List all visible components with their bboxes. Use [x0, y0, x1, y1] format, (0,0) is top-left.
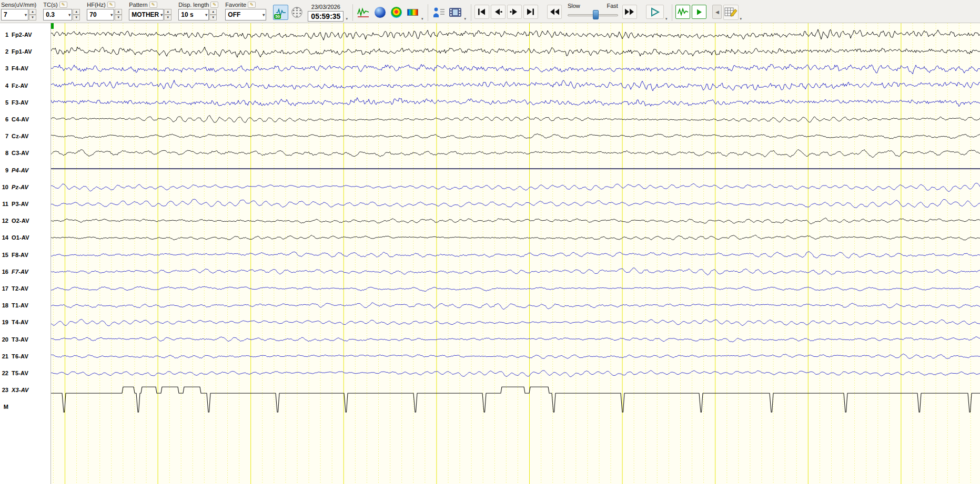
disp-spin-down[interactable]: ▼	[209, 15, 217, 20]
tc-edit-pencil-icon[interactable]: ✎	[59, 2, 67, 8]
channel-row-T4-AV[interactable]: 19T4-AV	[0, 318, 51, 326]
disp-spin-up[interactable]: ▲	[209, 9, 217, 15]
channel-label: T6-AV	[12, 353, 28, 359]
notch-filter-button[interactable]: 50	[273, 5, 288, 20]
date-text: 23/03/2026	[311, 4, 340, 11]
topography-map-button[interactable]	[389, 5, 404, 20]
channel-label: Fp1-AV	[12, 48, 32, 55]
eeg-traces-canvas[interactable]	[51, 23, 980, 484]
channel-row-M[interactable]: M	[0, 403, 51, 411]
chevron-down-icon: ▾	[110, 13, 113, 17]
channel-row-Cz-AV[interactable]: 7Cz-AV	[0, 132, 51, 140]
auto-trace-button[interactable]	[675, 5, 690, 19]
trace-view-button[interactable]	[356, 5, 371, 20]
pattern-label: Pattern	[129, 2, 147, 8]
chevron-down-icon: ▾	[160, 13, 163, 17]
channel-row-C3-AV[interactable]: 8C3-AV	[0, 149, 51, 157]
channel-row-Fp2-AV[interactable]: 1Fp2-AV	[0, 30, 51, 39]
electrode-map-button[interactable]	[289, 5, 305, 20]
play-button[interactable]	[646, 5, 664, 19]
eeg-trace-P3-AV	[51, 199, 980, 208]
eeg-trace-T6-AV	[51, 354, 980, 358]
channel-number: 12	[0, 218, 8, 224]
channel-row-T3-AV[interactable]: 20T3-AV	[0, 335, 51, 344]
channel-row-O1-AV[interactable]: 14O1-AV	[0, 233, 51, 242]
map-overflow-arrow-icon[interactable]: ▾	[421, 17, 423, 21]
channel-row-Fp1-AV[interactable]: 2Fp1-AV	[0, 47, 51, 56]
fast-forward-button[interactable]	[622, 5, 637, 19]
datetime-overflow-arrow-icon[interactable]: ▾	[346, 17, 348, 21]
tc-spin-up[interactable]: ▲	[73, 9, 80, 15]
eeg-trace-O1-AV	[51, 235, 980, 240]
skip-to-start-button[interactable]	[474, 5, 489, 19]
channel-number: 16	[0, 269, 8, 275]
tc-spin-down[interactable]: ▼	[73, 15, 80, 20]
channel-row-T6-AV[interactable]: 21T6-AV	[0, 352, 51, 361]
channel-number: 14	[0, 234, 8, 241]
channel-number: 1	[0, 32, 8, 38]
favorite-select[interactable]: OFF▾	[225, 9, 266, 20]
toolbar-separator	[428, 4, 428, 21]
channel-row-O2-AV[interactable]: 12O2-AV	[0, 217, 51, 225]
speed-slider[interactable]	[568, 9, 618, 20]
toolbar-group-sens: Sens(uV/mm)7▾▲▼	[1, 1, 36, 20]
pattern-spin-up[interactable]: ▲	[164, 9, 171, 15]
channel-row-Fz-AV[interactable]: 4Fz-AV	[0, 81, 51, 90]
channel-number: 6	[0, 116, 8, 122]
eeg-trace-O2-AV	[51, 218, 980, 224]
skip-to-end-button[interactable]	[523, 5, 538, 19]
channel-number: 4	[0, 83, 8, 89]
fast-rewind-button[interactable]	[547, 5, 562, 19]
speed-slider-handle[interactable]	[593, 10, 599, 19]
collapse-panel-button[interactable]: ◀	[712, 5, 722, 19]
disp-edit-pencil-icon[interactable]: ✎	[210, 2, 218, 8]
channel-row-F8-AV[interactable]: 15F8-AV	[0, 251, 51, 259]
channel-row-P4-AV[interactable]: 9P4-AV	[0, 166, 51, 174]
channel-row-T5-AV[interactable]: 22T5-AV	[0, 369, 51, 377]
green-wave-icon	[678, 7, 689, 17]
channel-label: O2-AV	[12, 218, 29, 224]
channel-row-P3-AV[interactable]: 11P3-AV	[0, 200, 51, 208]
montage-overflow-arrow-icon[interactable]: ▾	[740, 17, 742, 21]
pattern-select[interactable]: MOTHER▾	[129, 9, 164, 20]
colormap-button[interactable]	[405, 5, 420, 20]
eeg-trace-Fz-AV	[51, 80, 980, 91]
datetime-display: 23/03/2026 05:59:35	[308, 4, 343, 22]
sens-spin-down[interactable]: ▼	[29, 15, 36, 20]
step-forward-button[interactable]	[507, 5, 522, 19]
favorite-edit-pencil-icon[interactable]: ✎	[248, 2, 256, 8]
channel-row-F7-AV[interactable]: 16F7-AV	[0, 267, 51, 276]
hf-spin-down[interactable]: ▼	[115, 15, 122, 20]
video-overflow-arrow-icon[interactable]: ▾	[464, 17, 466, 21]
play-overflow-arrow-icon[interactable]: ▾	[665, 17, 668, 21]
pattern-edit-pencil-icon[interactable]: ✎	[149, 2, 157, 8]
channel-number: 7	[0, 133, 8, 139]
video-button[interactable]	[448, 5, 463, 20]
auto-play-button[interactable]	[692, 5, 706, 19]
channel-row-T2-AV[interactable]: 17T2-AV	[0, 284, 51, 293]
eeg-trace-T2-AV	[51, 286, 980, 292]
channel-row-T1-AV[interactable]: 18T1-AV	[0, 301, 51, 310]
disp-select[interactable]: 10 s▾	[178, 9, 209, 20]
eeg-trace-area[interactable]	[51, 23, 980, 484]
channel-number: 18	[0, 302, 8, 308]
channel-row-F4-AV[interactable]: 3F4-AV	[0, 64, 51, 73]
hf-edit-pencil-icon[interactable]: ✎	[107, 2, 115, 8]
sens-spin-up[interactable]: ▲	[29, 9, 36, 15]
head-map-button[interactable]	[372, 5, 388, 20]
montage-edit-button[interactable]	[723, 5, 739, 20]
eeg-trace-Fp1-AV	[51, 47, 980, 57]
colormap-icon	[407, 9, 418, 16]
hf-spin-up[interactable]: ▲	[115, 9, 122, 15]
step-back-button[interactable]	[491, 5, 506, 19]
hf-select[interactable]: 70▾	[87, 9, 114, 20]
channel-row-F3-AV[interactable]: 5F3-AV	[0, 98, 51, 107]
patient-info-button[interactable]	[431, 5, 447, 20]
channel-row-Pz-AV[interactable]: 10Pz-AV	[0, 183, 51, 191]
channel-row-X3-AV[interactable]: 23X3-AV	[0, 386, 51, 394]
sens-select[interactable]: 7▾	[1, 9, 28, 20]
pattern-spin-down[interactable]: ▼	[164, 15, 171, 20]
display-settings-groups: Sens(uV/mm)7▾▲▼TC(s)✎0.3▾▲▼HF(Hz)✎70▾▲▼P…	[1, 1, 273, 20]
tc-select[interactable]: 0.3▾	[43, 9, 72, 20]
channel-row-C4-AV[interactable]: 6C4-AV	[0, 115, 51, 123]
